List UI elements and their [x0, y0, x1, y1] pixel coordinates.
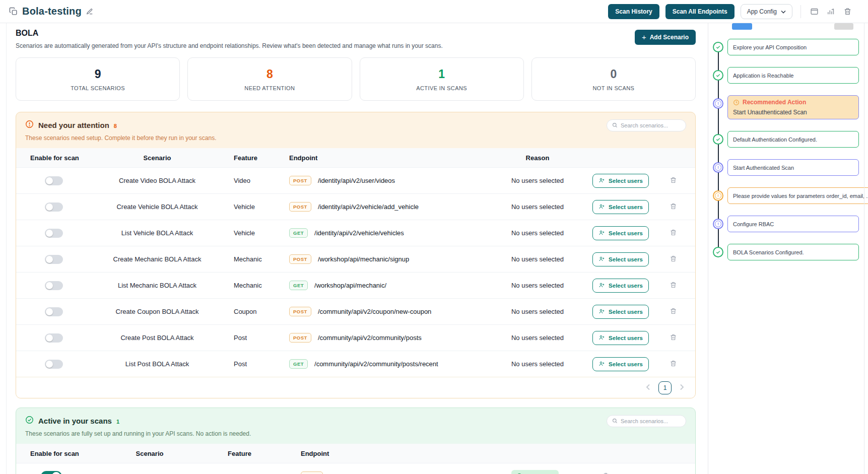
attention-title: Need your attention: [38, 121, 109, 129]
reason-text: No users selected: [485, 229, 590, 237]
person-plus-icon: [598, 361, 605, 368]
delete-row-icon[interactable]: [668, 175, 679, 187]
app-screen: Bola-testing Scan History Scan All Endpo…: [0, 0, 868, 474]
copy-icon[interactable]: [9, 7, 18, 16]
table-row: List Vehicle BOLA Attack Vehicle GET /id…: [16, 220, 695, 246]
select-users-label: Select users: [609, 204, 643, 210]
table-row: Create Vehicle BOLA Attack Vehicle POST …: [16, 193, 695, 220]
enable-toggle[interactable]: [45, 202, 63, 212]
timeline-item: BOLA Scenarios Configured.: [713, 244, 859, 260]
delete-row-icon[interactable]: [668, 358, 679, 370]
select-users-button[interactable]: Select users: [592, 305, 649, 319]
page-title: BOLA: [16, 29, 696, 38]
edit-title-icon[interactable]: [86, 8, 93, 15]
table-row: Create Coupon BOLA Attack Coupon POST /c…: [16, 298, 695, 324]
app-config-dropdown[interactable]: App Config: [741, 4, 792, 19]
select-users-button[interactable]: Select users: [592, 252, 649, 266]
timeline-card[interactable]: Start Authenticated Scan: [727, 159, 859, 176]
trash-icon[interactable]: [842, 6, 853, 17]
attention-search[interactable]: [607, 119, 686, 131]
timeline-card[interactable]: BOLA Scenarios Configured.: [727, 244, 859, 260]
select-users-button[interactable]: Select users: [592, 174, 649, 188]
search-icon: [612, 417, 618, 426]
timeline-card[interactable]: Application is Reachable: [727, 67, 859, 84]
enable-toggle[interactable]: [41, 471, 62, 474]
person-plus-icon: [598, 334, 605, 342]
add-scenario-button[interactable]: + Add Scenario: [635, 30, 696, 45]
check-circle-icon: [25, 416, 34, 426]
select-users-button[interactable]: Select users: [592, 331, 649, 345]
select-users-button[interactable]: Select users: [592, 357, 649, 371]
feature-name: Video: [223, 177, 283, 184]
divider: [800, 5, 801, 18]
select-users-label: Select users: [609, 283, 643, 289]
col-feature: Feature: [213, 450, 293, 457]
active-search[interactable]: [607, 415, 686, 427]
feature-name: Mechanic: [223, 282, 283, 289]
timeline-status-icon: [713, 134, 723, 145]
endpoint-path: /identity/api/v2/vehicle/add_vehicle: [318, 203, 419, 211]
col-enable: Enable for scan: [16, 154, 92, 162]
delete-row-icon[interactable]: [668, 280, 679, 292]
scan-all-endpoints-button[interactable]: Scan All Endpoints: [665, 4, 735, 19]
timeline-card[interactable]: Please provide values for parameters ord…: [727, 187, 868, 204]
method-badge: POST: [289, 202, 311, 212]
page-number[interactable]: 1: [658, 381, 672, 394]
progress-timeline: Explore your API Composition Application…: [713, 39, 859, 260]
top-bar: Bola-testing Scan History Scan All Endpo…: [0, 0, 868, 23]
plus-icon: +: [642, 35, 646, 40]
delete-row-icon[interactable]: [668, 253, 679, 265]
add-scenario-label: Add Scenario: [650, 34, 689, 41]
timeline-card[interactable]: Default Authentication Configured.: [727, 131, 859, 148]
prev-page-icon[interactable]: [645, 383, 651, 393]
delete-row-icon[interactable]: [668, 306, 679, 318]
method-badge: GET: [289, 281, 308, 290]
timeline-item: Application is Reachable: [713, 67, 859, 84]
stat-value: 0: [610, 67, 617, 81]
timeline-card[interactable]: Explore your API Composition: [727, 39, 859, 55]
select-users-button[interactable]: Select users: [592, 279, 649, 293]
timeline-status-icon: [713, 247, 723, 257]
enable-toggle[interactable]: [45, 255, 63, 264]
attention-search-input[interactable]: [621, 122, 681, 128]
delete-row-icon[interactable]: [600, 470, 611, 474]
delete-row-icon[interactable]: [668, 332, 679, 344]
method-badge: POST: [289, 254, 311, 264]
enable-toggle[interactable]: [45, 281, 63, 290]
enable-toggle[interactable]: [45, 229, 63, 238]
feature-name: Mechanic: [223, 255, 283, 263]
col-scenario: Scenario: [87, 450, 213, 457]
next-page-icon[interactable]: [679, 383, 685, 393]
scenario-name: Create Post BOLA Attack: [92, 334, 223, 342]
method-badge: POST: [289, 176, 311, 185]
delete-row-icon[interactable]: [668, 201, 679, 213]
timeline-card[interactable]: Recommended Action Start Unauthenticated…: [727, 95, 859, 119]
timeline-label: Start Unauthenticated Scan: [733, 109, 853, 116]
enable-toggle[interactable]: [45, 360, 63, 369]
endpoint-path: /identity/api/v2/user/videos: [318, 177, 395, 184]
clipped-gray-element: [834, 23, 853, 30]
active-count: 1: [116, 419, 119, 425]
reason-text: No users selected: [485, 255, 590, 263]
timeline-status-icon: !: [713, 190, 723, 201]
chart-icon[interactable]: [826, 6, 836, 17]
enable-toggle[interactable]: [45, 307, 63, 316]
enable-toggle[interactable]: [45, 176, 63, 185]
scenario-name: Create Video BOLA Attack: [92, 177, 223, 184]
app-title: Bola-testing: [22, 6, 82, 17]
timeline-card[interactable]: Configure RBAC: [727, 216, 859, 232]
delete-row-icon[interactable]: [668, 227, 679, 239]
timeline-item: ! Please provide values for parameters o…: [713, 187, 859, 204]
feature-name: Coupon: [223, 308, 283, 315]
table-row: List Mechanic BOLA Attack Mechanic GET /…: [16, 272, 695, 298]
active-table-header: Enable for scan Scenario Feature Endpoin…: [16, 444, 695, 463]
active-search-input[interactable]: [621, 418, 681, 424]
page-description: Scenarios are automatically generated fr…: [16, 42, 696, 49]
select-users-button[interactable]: Select users: [592, 226, 649, 240]
archive-icon[interactable]: [809, 6, 820, 17]
scenario-name: Create Coupon BOLA Attack: [92, 308, 223, 315]
select-users-button[interactable]: Select users: [592, 200, 649, 214]
table-row: Create Mechanic BOLA Attack Mechanic POS…: [16, 246, 695, 272]
scan-history-button[interactable]: Scan History: [608, 4, 659, 19]
enable-toggle[interactable]: [45, 333, 63, 343]
